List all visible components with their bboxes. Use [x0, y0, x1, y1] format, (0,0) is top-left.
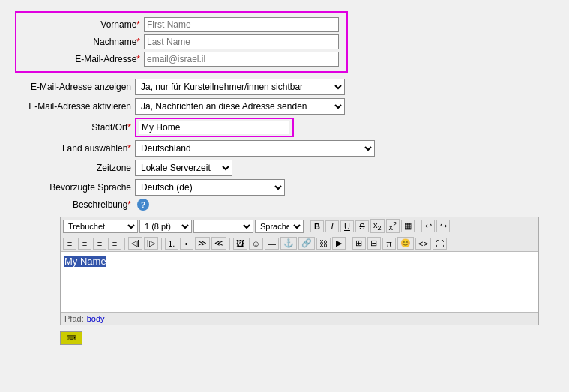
email-label: E-Mail-Adresse* [24, 54, 144, 64]
align-justify-btn[interactable]: ≡ [108, 238, 121, 250]
email-anzeigen-select[interactable]: Ja, nur für Kursteilnehmer/innen sichtba… [135, 79, 345, 95]
size-select[interactable]: 1 (8 pt) [139, 220, 192, 233]
outdent-btn[interactable]: |▷ [144, 237, 158, 250]
toolbar-divider4 [161, 238, 162, 250]
email-aktivieren-label: E-Mail-Adresse aktivieren [15, 101, 135, 112]
font-select[interactable]: Trebuchet [63, 220, 138, 233]
ol-btn[interactable]: 1. [165, 238, 178, 250]
zeitzone-row: Zeitzone Lokale Serverzeit [15, 160, 554, 176]
stadt-row: Stadt/Ort* [15, 118, 554, 137]
zeitzone-select[interactable]: Lokale Serverzeit [135, 160, 232, 176]
email-input[interactable] [144, 52, 339, 67]
bold-button[interactable]: B [310, 220, 324, 232]
ul-btn[interactable]: • [180, 238, 193, 250]
editor-wrapper: Trebuchet 1 (8 pt) Sprache B I U S x2 x2 [60, 217, 539, 325]
table-btn[interactable]: ⊞ [352, 237, 366, 250]
superscript-button[interactable]: x2 [386, 219, 400, 233]
email-anzeigen-label: E-Mail-Adresse anzeigen [15, 82, 135, 92]
nachname-row: Nachname* [24, 34, 339, 49]
email-aktivieren-row: E-Mail-Adresse aktivieren Ja, Nachrichte… [15, 98, 554, 115]
toolbar-divider6 [349, 238, 349, 250]
toolbar-divider2 [418, 220, 418, 232]
beschreibung-row: Beschreibung* ? [15, 199, 554, 211]
vorname-label: Vorname* [24, 19, 144, 30]
redo-button[interactable]: ↪ [436, 220, 450, 232]
sprache-row: Bevorzugte Sprache Deutsch (de) [15, 179, 554, 196]
list-outdent-btn[interactable]: ≪ [211, 237, 226, 250]
path-body: body [87, 314, 105, 323]
indent-btn[interactable]: ◁| [128, 237, 142, 250]
align-center-btn[interactable]: ≡ [78, 238, 91, 250]
subscript-button[interactable]: x2 [370, 219, 385, 233]
form-container: Vorname* Nachname* E-Mail-Adresse* [0, 7, 569, 349]
undo-button[interactable]: ↩ [421, 220, 435, 232]
zeitzone-label: Zeitzone [15, 163, 135, 173]
personal-info-group: Vorname* Nachname* E-Mail-Adresse* [15, 11, 348, 73]
lang-select[interactable]: Sprache [255, 220, 304, 233]
align-right-btn[interactable]: ≡ [93, 238, 106, 250]
table2-btn[interactable]: ⊟ [367, 237, 381, 250]
hr-btn[interactable]: — [265, 238, 279, 250]
vorname-row: Vorname* [24, 17, 339, 32]
email-row: E-Mail-Adresse* [24, 52, 339, 67]
editor-area[interactable]: My Name [61, 252, 538, 312]
vorname-input[interactable] [144, 17, 339, 32]
link-btn[interactable]: 🔗 [298, 237, 315, 250]
anchor-btn[interactable]: ⚓ [280, 237, 297, 250]
land-row: Land auswählen* Deutschland [15, 140, 554, 157]
nachname-label: Nachname* [24, 37, 144, 47]
editor-footer: Pfad: body [61, 312, 538, 325]
media-btn[interactable]: ▶ [332, 237, 346, 250]
unlink-btn[interactable]: ⛓ [316, 238, 331, 250]
editor-toolbar-row2: ≡ ≡ ≡ ≡ ◁| |▷ 1. • ≫ ≪ 🖼 ☺ — ⚓ 🔗 ⛓ ▶ [61, 235, 538, 252]
stadt-label: Stadt/Ort* [15, 122, 135, 133]
land-label: Land auswählen* [15, 143, 135, 154]
email-aktivieren-select[interactable]: Ja, Nachrichten an diese Adresse senden [135, 98, 345, 115]
path-label: Pfad: [64, 314, 84, 323]
image-btn[interactable]: 🖼 [233, 238, 247, 250]
sprache-label: Bevorzugte Sprache [15, 182, 135, 193]
toolbar-divider5 [229, 238, 230, 250]
info-icon[interactable]: ? [137, 199, 149, 211]
strikethrough-button[interactable]: S [355, 220, 369, 232]
underline-button[interactable]: U [340, 220, 354, 232]
land-select[interactable]: Deutschland [135, 140, 375, 157]
selected-text: My Name [64, 256, 106, 267]
emotion-btn[interactable]: ☺ [249, 238, 263, 250]
page: Vorname* Nachname* E-Mail-Adresse* [0, 0, 569, 392]
nachname-input[interactable] [144, 34, 339, 49]
email-anzeigen-row: E-Mail-Adresse anzeigen Ja, nur für Kurs… [15, 79, 554, 95]
style-select[interactable] [193, 220, 253, 233]
align-left-btn[interactable]: ≡ [63, 238, 76, 250]
code-btn[interactable]: <> [415, 238, 431, 250]
fullscreen-btn[interactable]: ⛶ [433, 238, 447, 250]
toolbar-divider3 [124, 238, 125, 250]
stadt-input[interactable] [139, 121, 289, 134]
sprache-select[interactable]: Deutsch (de) [135, 179, 285, 196]
smiley-btn[interactable]: 😊 [397, 237, 414, 250]
italic-button[interactable]: I [325, 220, 339, 232]
beschreibung-label: Beschreibung* [15, 199, 135, 210]
special-btn[interactable]: ▦ [401, 220, 415, 232]
list-indent-btn[interactable]: ≫ [195, 237, 210, 250]
editor-toolbar-row1: Trebuchet 1 (8 pt) Sprache B I U S x2 x2 [61, 217, 538, 235]
stadt-highlight [135, 118, 294, 137]
toolbar-divider1 [307, 220, 307, 232]
keyboard-icon[interactable]: ⌨ [60, 331, 82, 345]
pi-btn[interactable]: π [382, 238, 396, 250]
